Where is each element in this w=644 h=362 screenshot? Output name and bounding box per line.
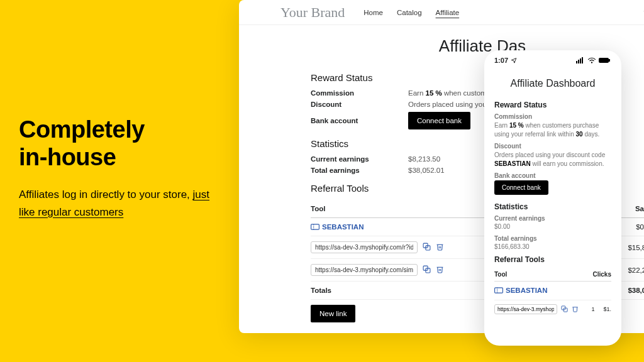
current-earnings-value: $0.00 [494, 223, 611, 230]
total-earnings-label: Total earnings [494, 235, 611, 242]
statistics-heading: Statistics [494, 202, 611, 211]
svg-rect-11 [582, 57, 583, 63]
storefront-topbar: Your Brand Home Catalog Affiliate [239, 0, 644, 25]
hero-heading: Completely in-house [19, 116, 220, 171]
svg-rect-13 [599, 58, 609, 63]
phone-statusbar: 1:07 [484, 50, 621, 68]
copy-icon[interactable] [561, 305, 568, 314]
svg-rect-10 [580, 58, 581, 63]
referral-link-input[interactable] [494, 304, 557, 314]
total-earnings-value: $166,683.30 [494, 243, 611, 250]
new-link-button[interactable]: New link [311, 305, 355, 322]
svg-rect-8 [576, 61, 577, 63]
brand-logo: Your Brand [280, 4, 345, 21]
referral-tools-heading: Referral Tools [494, 255, 611, 264]
discount-label: Discount [311, 101, 408, 108]
commission-text: Earn 15 % when customers purchase using … [494, 121, 611, 139]
th-clicks: Clicks [586, 271, 611, 278]
svg-rect-15 [495, 288, 503, 293]
status-time: 1:07 [494, 57, 508, 64]
link-sales: $1. [603, 306, 611, 312]
current-earnings-label: Current earnings [311, 155, 408, 163]
nav-catalog[interactable]: Catalog [397, 9, 422, 16]
trash-icon[interactable] [572, 305, 579, 314]
discount-text: Orders placed using your discount code S… [494, 151, 611, 168]
total-earnings-value: $38,052.01 [408, 167, 445, 174]
trash-icon[interactable] [436, 265, 444, 275]
nav-home[interactable]: Home [364, 9, 383, 16]
bank-label: Bank account [311, 117, 408, 124]
bank-label: Bank account [494, 172, 611, 179]
link-clicks: 1 [591, 306, 594, 312]
hero-subhead: Affiliates log in directly to your store… [19, 186, 220, 220]
referral-link-input[interactable] [311, 241, 418, 253]
table-row: 1 $1. [494, 300, 611, 318]
page-title: Affiliate Dashboard [494, 78, 611, 89]
th-tool: Tool [494, 271, 586, 278]
svg-rect-9 [578, 60, 579, 63]
current-earnings-value: $8,213.50 [408, 155, 440, 163]
reward-status-heading: Reward Status [494, 101, 611, 109]
commission-label: Commission [311, 89, 408, 97]
trash-icon[interactable] [436, 243, 444, 252]
main-nav: Home Catalog Affiliate [364, 9, 459, 16]
mobile-dashboard: 1:07 Affiliate Dashboard Reward Status C… [484, 50, 621, 346]
referral-link-input[interactable] [311, 264, 418, 276]
discount-label: Discount [494, 143, 611, 150]
promo-code[interactable]: SEBASTIAN [494, 287, 547, 294]
svg-rect-14 [609, 59, 610, 62]
svg-rect-3 [311, 224, 319, 229]
commission-label: Commission [494, 113, 611, 120]
signal-icon [576, 57, 585, 63]
hero-copy: Completely in-house Affiliates log in di… [19, 116, 220, 221]
copy-icon[interactable] [423, 243, 431, 252]
wifi-icon [587, 57, 596, 63]
battery-icon [599, 57, 611, 63]
svg-point-12 [591, 62, 592, 63]
total-earnings-label: Total earnings [311, 167, 408, 174]
connect-bank-button[interactable]: Connect bank [408, 112, 470, 129]
connect-bank-button[interactable]: Connect bank [494, 180, 548, 195]
location-icon [511, 57, 517, 63]
current-earnings-label: Current earnings [494, 215, 611, 222]
nav-affiliate[interactable]: Affiliate [436, 9, 460, 16]
copy-icon[interactable] [423, 265, 431, 275]
